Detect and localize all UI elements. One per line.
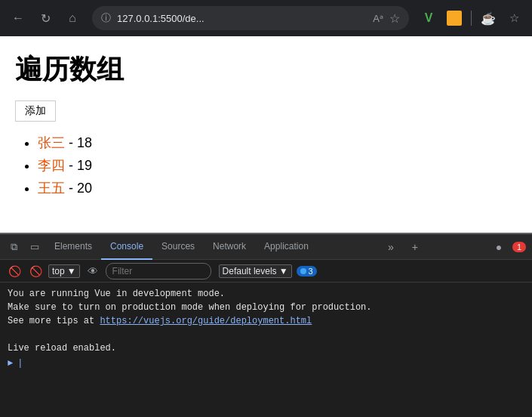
context-label: top	[52, 266, 65, 276]
favorites-button[interactable]: ☆	[503, 8, 524, 29]
devtools-device-icon[interactable]: ▭	[24, 236, 45, 258]
page-title: 遍历数组	[15, 51, 517, 88]
console-line-4: Live reload enabled.	[8, 341, 524, 355]
list-item: 王五 - 20	[38, 179, 517, 197]
item-separator-2: -	[69, 158, 77, 173]
info-count-badge: 3	[297, 266, 317, 276]
console-output: You are running Vue in development mode.…	[0, 283, 532, 388]
console-line-1: You are running Vue in development mode.	[8, 287, 524, 301]
item-separator-3: -	[69, 181, 77, 196]
list-item: 张三 - 18	[38, 134, 517, 152]
item-list: 张三 - 18 李四 - 19 王五 - 20	[15, 134, 517, 197]
item-name-2: 李四	[38, 158, 65, 173]
more-tabs-button[interactable]: »	[380, 236, 401, 258]
devtools-tab-more: » +	[380, 236, 426, 258]
forward-button[interactable]: ↻	[35, 8, 56, 29]
tab-sources[interactable]: Sources	[152, 234, 204, 260]
list-item: 李四 - 19	[38, 156, 517, 175]
levels-dropdown-icon: ▼	[279, 266, 288, 276]
back-button[interactable]: ←	[8, 8, 29, 29]
info-count: 3	[309, 267, 313, 276]
page-content: 遍历数组 添加 张三 - 18 李四 - 19 王五 - 20	[0, 36, 532, 233]
console-prompt[interactable]: ► |	[8, 358, 524, 369]
toolbar-divider	[471, 11, 472, 26]
error-badge: 1	[512, 242, 526, 252]
info-icon: ⓘ	[101, 11, 111, 25]
devtools-cursor-icon[interactable]: ⧉	[3, 236, 24, 258]
extension-yellow-icon[interactable]	[444, 8, 465, 29]
item-name-3: 王五	[38, 181, 65, 196]
console-link[interactable]: https://vuejs.org/guide/deployment.html	[100, 316, 312, 326]
console-line-3: See more tips at https://vuejs.org/guide…	[8, 314, 524, 328]
browser-toolbar: V ☕ ☆	[418, 8, 524, 29]
add-tab-button[interactable]: +	[404, 236, 426, 258]
tab-network[interactable]: Network	[204, 234, 255, 260]
context-dropdown-icon: ▼	[67, 266, 76, 276]
console-line-link-prefix: See more tips at	[8, 316, 100, 326]
tab-console[interactable]: Console	[101, 234, 152, 260]
levels-label: Default levels	[223, 266, 277, 276]
prompt-cursor: |	[17, 358, 23, 369]
console-filter-icon[interactable]: 🚫	[27, 263, 44, 280]
add-button[interactable]: 添加	[15, 100, 56, 122]
info-dot	[300, 268, 306, 274]
tab-application[interactable]: Application	[255, 234, 318, 260]
item-name-1: 张三	[38, 135, 65, 150]
url-text: 127.0.0.1:5500/de...	[117, 13, 367, 24]
extensions-button[interactable]: ☕	[478, 8, 499, 29]
filter-input[interactable]	[106, 263, 211, 280]
item-age-3: 20	[77, 181, 92, 196]
favorites-icon: ☆	[389, 11, 400, 26]
tab-elements[interactable]: Elements	[45, 234, 101, 260]
devtools-tabs: ⧉ ▭ Elements Console Sources Network App…	[0, 234, 532, 260]
item-separator-1: -	[69, 135, 77, 150]
home-button[interactable]: ⌂	[62, 8, 83, 29]
devtools-panel: ⧉ ▭ Elements Console Sources Network App…	[0, 233, 532, 417]
browser-chrome: ← ↻ ⌂ ⓘ 127.0.0.1:5500/de... Aᵃ ☆ V ☕ ☆	[0, 0, 532, 36]
translate-icon: Aᵃ	[373, 13, 383, 24]
address-bar[interactable]: ⓘ 127.0.0.1:5500/de... Aᵃ ☆	[92, 6, 409, 30]
console-eye-icon[interactable]: 👁	[85, 263, 101, 280]
item-age-1: 18	[77, 135, 92, 150]
levels-selector[interactable]: Default levels ▼	[219, 264, 292, 278]
context-selector[interactable]: top ▼	[48, 264, 80, 278]
extension-v-icon[interactable]: V	[418, 8, 439, 29]
item-age-2: 19	[77, 158, 92, 173]
console-toolbar: 🚫 🚫 top ▼ 👁 Default levels ▼ 3	[0, 260, 532, 283]
prompt-caret: ►	[8, 358, 13, 369]
devtools-settings-icon[interactable]: ●	[488, 236, 509, 258]
console-clear-icon[interactable]: 🚫	[6, 263, 23, 280]
console-line-2: Make sure to turn on production mode whe…	[8, 301, 524, 314]
console-line-spacer	[8, 328, 524, 341]
